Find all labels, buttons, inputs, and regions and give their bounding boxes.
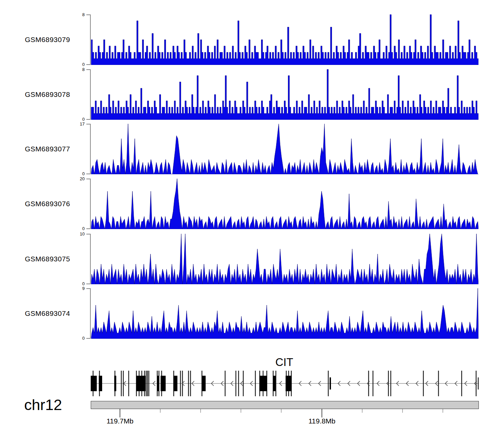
exon-boundary-mark xyxy=(238,371,239,396)
exon-boundary-mark xyxy=(188,371,189,396)
exon-boundary-mark xyxy=(390,371,391,396)
coverage-track-GSM6893075: GSM6893075 10 0 xyxy=(0,234,504,284)
coverage-signal-plot xyxy=(91,69,478,120)
exon-boundary-mark xyxy=(147,371,148,396)
genome-browser-figure: { "figure": { "background": "#ffffff", "… xyxy=(0,0,504,444)
track-label: GSM6893076 xyxy=(25,200,70,208)
chromosome-label: chr12 xyxy=(24,396,62,414)
exon-box xyxy=(286,376,292,391)
y-axis-max-label: 8 xyxy=(74,12,85,17)
y-axis-tick-min xyxy=(86,338,90,339)
signal-area xyxy=(91,179,478,229)
exon-boundary-mark xyxy=(438,371,439,396)
exon-boundary-mark xyxy=(373,371,374,396)
y-axis-min-label: 0 xyxy=(74,62,85,67)
small-exon-box xyxy=(330,377,331,390)
exon-boundary-mark xyxy=(128,371,129,396)
coordinate-label-119.8Mb: 119.8Mb xyxy=(298,417,345,425)
signal-area xyxy=(91,14,478,65)
y-axis-min-label: 0 xyxy=(74,226,85,231)
y-axis-line xyxy=(90,69,91,120)
exon-boundary-mark xyxy=(146,371,147,396)
exon-box xyxy=(91,376,97,391)
coverage-signal-plot xyxy=(91,124,478,174)
y-axis-tick-max xyxy=(86,179,90,179)
coverage-signal-plot xyxy=(91,234,478,284)
gene-model-track xyxy=(91,368,479,400)
y-axis-max-label: 10 xyxy=(74,232,85,236)
y-axis-tick-max xyxy=(86,234,90,234)
signal-area xyxy=(91,124,478,174)
y-axis-tick-min xyxy=(86,64,90,65)
gene-name-label: CIT xyxy=(264,356,304,369)
exon-boundary-mark xyxy=(255,371,256,396)
track-label: GSM6893079 xyxy=(25,36,70,44)
exon-box xyxy=(173,376,177,391)
y-axis-line xyxy=(90,288,91,339)
exon-boundary-mark xyxy=(243,371,244,396)
y-axis-line xyxy=(90,234,91,284)
exon-boundary-mark xyxy=(388,371,389,396)
y-axis-tick-min xyxy=(86,119,90,120)
y-axis-tick-max xyxy=(86,14,90,15)
y-axis-tick-min xyxy=(86,174,90,174)
y-axis-min-label: 0 xyxy=(74,172,85,176)
exon-boundary-mark xyxy=(225,371,226,396)
track-label: GSM6893074 xyxy=(25,309,70,318)
exon-boundary-mark xyxy=(368,371,369,396)
genome-scale-bar xyxy=(91,401,480,420)
exon-boundary-mark xyxy=(423,371,424,396)
exon-boundary-mark xyxy=(190,371,191,396)
track-label: GSM6893077 xyxy=(25,145,70,153)
exon-boundary-mark xyxy=(149,371,150,396)
y-axis-max-label: 20 xyxy=(74,177,85,181)
coverage-track-GSM6893074: GSM6893074 9 0 xyxy=(0,288,504,339)
exon-box xyxy=(136,376,145,391)
y-axis-min-label: 0 xyxy=(74,336,85,341)
y-axis-line xyxy=(90,14,91,65)
exon-box xyxy=(259,376,267,391)
exon-box xyxy=(273,376,276,391)
exon-boundary-mark xyxy=(461,371,462,396)
exon-box xyxy=(157,376,159,391)
signal-area xyxy=(91,69,478,120)
exon-box xyxy=(161,376,166,391)
y-axis-tick-max xyxy=(86,288,90,289)
track-label: GSM6893075 xyxy=(25,255,70,263)
coverage-track-GSM6893079: GSM6893079 8 0 xyxy=(0,14,504,65)
y-axis-tick-max xyxy=(86,124,90,124)
y-axis-max-label: 17 xyxy=(74,122,85,126)
coverage-signal-plot xyxy=(91,179,478,229)
exon-boundary-mark xyxy=(236,371,237,396)
coordinate-label-119.7Mb: 119.7Mb xyxy=(96,417,143,425)
exon-boundary-mark xyxy=(180,371,181,396)
y-axis-tick-max xyxy=(86,69,90,70)
y-axis-min-label: 0 xyxy=(74,117,85,122)
chromosome-bar xyxy=(91,401,479,409)
coverage-signal-plot xyxy=(91,14,478,65)
coverage-track-GSM6893078: GSM6893078 8 0 xyxy=(0,69,504,120)
y-axis-line xyxy=(90,179,91,229)
exon-boundary-mark xyxy=(476,371,477,396)
signal-area xyxy=(91,234,478,284)
y-axis-min-label: 0 xyxy=(74,282,85,286)
exon-box xyxy=(114,376,116,391)
edge-exon-mark xyxy=(478,377,479,390)
coverage-track-GSM6893077: GSM6893077 17 0 xyxy=(0,124,504,174)
exon-box xyxy=(99,376,102,391)
coverage-track-GSM6893076: GSM6893076 20 0 xyxy=(0,179,504,229)
track-label: GSM6893078 xyxy=(25,90,70,99)
exon-box xyxy=(202,376,206,391)
y-axis-tick-min xyxy=(86,284,90,284)
y-axis-tick-min xyxy=(86,228,90,229)
exon-boundary-mark xyxy=(328,371,329,396)
exon-boundary-mark xyxy=(276,371,277,396)
y-axis-max-label: 8 xyxy=(74,67,85,72)
y-axis-max-label: 9 xyxy=(74,286,85,291)
signal-area xyxy=(91,288,478,339)
coverage-signal-plot xyxy=(91,288,478,339)
exon-boundary-mark xyxy=(121,371,122,396)
y-axis-line xyxy=(90,124,91,174)
